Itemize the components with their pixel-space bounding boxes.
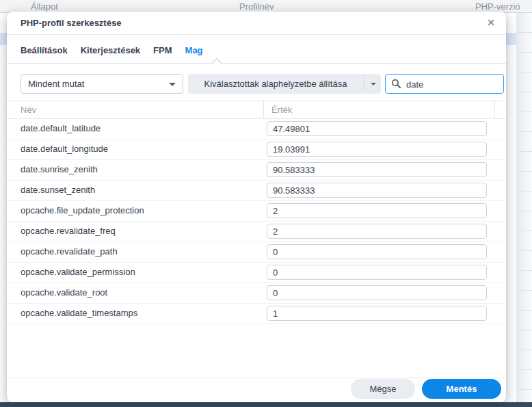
- setting-name: opcache.validate_root: [21, 283, 107, 302]
- dialog-title: PHP-profil szerkesztése: [21, 18, 121, 28]
- setting-name: opcache.validate_timestamps: [21, 304, 137, 323]
- reset-selected-label: Kiválasztottak alaphelyzetbe állítása: [188, 74, 363, 94]
- setting-value-input[interactable]: [267, 121, 487, 136]
- split-button-divider: [364, 77, 364, 90]
- table-row: date.default_latitude: [7, 119, 506, 140]
- setting-value-input[interactable]: [267, 244, 487, 259]
- settings-table-header: Név Érték: [7, 101, 506, 119]
- table-row: opcache.validate_permission: [7, 263, 506, 283]
- table-row: date.default_longitude: [7, 140, 506, 160]
- column-divider: [494, 101, 495, 118]
- table-row: opcache.revalidate_path: [7, 242, 506, 263]
- bg-column-php-version: PHP-verzió: [475, 1, 520, 12]
- tab-kiterjesztesek[interactable]: Kiterjesztések: [81, 45, 140, 55]
- column-header-value: Érték: [271, 101, 292, 118]
- bg-column-status: Állapot: [31, 1, 58, 12]
- background-table-right-column: [516, 13, 532, 402]
- setting-name: date.default_longitude: [21, 140, 108, 159]
- setting-name: date.sunrise_zenith: [21, 160, 98, 179]
- setting-value-input[interactable]: [267, 142, 487, 157]
- setting-value-input[interactable]: [267, 285, 487, 300]
- table-row: opcache.file_update_protection: [7, 201, 506, 222]
- setting-name: date.default_latitude: [21, 119, 101, 138]
- tab-fpm[interactable]: FPM: [153, 45, 172, 55]
- table-row: opcache.validate_root: [7, 283, 506, 304]
- search-icon: [391, 79, 401, 89]
- setting-value-input[interactable]: [267, 265, 487, 280]
- column-divider: [263, 101, 264, 118]
- setting-value-input[interactable]: [267, 306, 487, 321]
- table-row: date.sunrise_zenith: [7, 160, 506, 181]
- table-row: opcache.validate_timestamps: [7, 304, 506, 324]
- settings-table-body: date.default_latitude date.default_longi…: [7, 119, 506, 324]
- active-tab-notch: [212, 58, 222, 68]
- table-row: opcache.revalidate_freq: [7, 222, 506, 242]
- footer-divider: [7, 378, 506, 378]
- dialog-tabs: Beállítások Kiterjesztések FPM Mag: [7, 34, 506, 64]
- setting-name: opcache.validate_permission: [21, 263, 135, 282]
- setting-name: date.sunset_zenith: [21, 181, 95, 200]
- search-field: [385, 74, 504, 94]
- setting-name: opcache.revalidate_path: [21, 242, 118, 261]
- save-button[interactable]: Mentés: [422, 379, 501, 399]
- chevron-down-icon: [169, 83, 176, 86]
- tab-beallitasok[interactable]: Beállítások: [21, 45, 68, 55]
- php-profile-edit-dialog: PHP-profil szerkesztése ✕ Beállítások Ki…: [7, 12, 506, 402]
- setting-value-input[interactable]: [267, 203, 487, 218]
- chevron-down-icon[interactable]: [371, 83, 376, 86]
- search-input[interactable]: [405, 75, 501, 94]
- setting-name: opcache.file_update_protection: [21, 201, 144, 220]
- reset-selected-button[interactable]: Kiválasztottak alaphelyzetbe állítása: [188, 74, 381, 94]
- column-header-name: Név: [21, 101, 36, 118]
- setting-value-input[interactable]: [267, 224, 487, 239]
- background-bottom-bar: [0, 402, 532, 407]
- close-icon[interactable]: ✕: [485, 16, 497, 29]
- setting-value-input[interactable]: [267, 183, 487, 198]
- tab-mag[interactable]: Mag: [185, 45, 203, 55]
- filter-dropdown-value: Mindent mutat: [28, 75, 84, 93]
- table-row: date.sunset_zenith: [7, 181, 506, 201]
- bg-column-profile-name: Profilnév: [239, 1, 274, 12]
- cancel-button[interactable]: Mégse: [351, 379, 415, 399]
- filter-dropdown[interactable]: Mindent mutat: [21, 74, 183, 94]
- setting-value-input[interactable]: [267, 162, 487, 177]
- dialog-title-bar: PHP-profil szerkesztése ✕: [7, 12, 506, 35]
- setting-name: opcache.revalidate_freq: [21, 222, 116, 241]
